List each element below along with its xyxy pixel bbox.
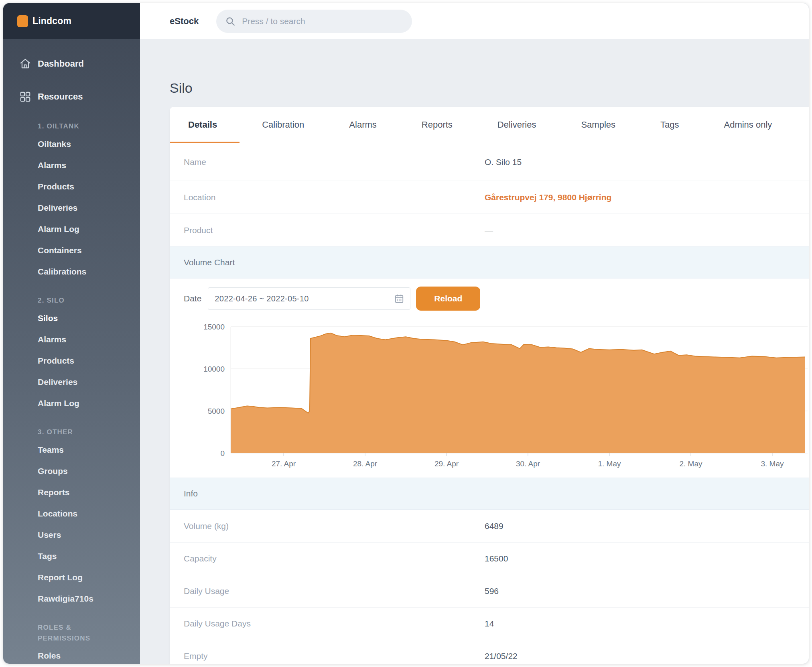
sidebar-item-rawdigia710s[interactable]: Rawdigia710s <box>3 588 140 609</box>
sidebar-brand[interactable]: Lindcom <box>3 3 140 39</box>
info-row-daily-usage: Daily Usage 596 <box>170 575 809 607</box>
sidebar-item-locations[interactable]: Locations <box>3 503 140 524</box>
date-row: Date 2022-04-26 ~ 2022-05-10 Reload <box>170 279 809 319</box>
location-link[interactable]: Gårestrupvej 179, 9800 Hjørring <box>485 193 611 202</box>
svg-text:0: 0 <box>220 449 225 458</box>
info-row-capacity: Capacity 16500 <box>170 542 809 575</box>
sidebar: Lindcom Dashboard Resources 1. OILTANK O… <box>3 3 140 664</box>
field-value: — <box>485 226 493 235</box>
tab-alarms[interactable]: Alarms <box>327 107 399 143</box>
grid-icon <box>19 91 31 103</box>
page-title: Silo <box>170 79 809 97</box>
sidebar-item-dashboard[interactable]: Dashboard <box>3 53 140 75</box>
calendar-icon <box>394 293 404 304</box>
topbar: eStock Press / to search <box>140 3 809 39</box>
tab-details[interactable]: Details <box>170 107 240 143</box>
tab-reports[interactable]: Reports <box>399 107 475 143</box>
volume-area-chart: 0 5000 10000 15000 27. Apr 28. Apr 29. A… <box>170 319 808 478</box>
sidebar-item-roles[interactable]: Roles <box>3 645 140 664</box>
sidebar-section-roles-permissions: ROLES & PERMISSIONS <box>3 621 124 645</box>
info-heading: Info <box>170 478 809 510</box>
sidebar-item-report-log[interactable]: Report Log <box>3 567 140 588</box>
sidebar-item-teams[interactable]: Teams <box>3 439 140 460</box>
area-fill <box>231 333 805 453</box>
info-value: 596 <box>485 586 499 596</box>
svg-text:28. Apr: 28. Apr <box>353 460 378 468</box>
search-placeholder: Press / to search <box>242 16 305 26</box>
field-value: O. Silo 15 <box>485 157 522 167</box>
main-area: eStock Press / to search Silo Details Ca… <box>140 3 809 664</box>
svg-text:10000: 10000 <box>203 365 225 373</box>
sidebar-item-label: Dashboard <box>38 59 84 69</box>
field-label: Location <box>184 193 485 202</box>
tab-samples[interactable]: Samples <box>558 107 638 143</box>
tab-deliveries[interactable]: Deliveries <box>475 107 559 143</box>
detail-card: Details Calibration Alarms Reports Deliv… <box>170 107 809 664</box>
search-input[interactable]: Press / to search <box>216 10 412 33</box>
sidebar-item-oiltank-alarms[interactable]: Alarms <box>3 155 140 176</box>
sidebar-item-silo-deliveries[interactable]: Deliveries <box>3 371 140 392</box>
sidebar-item-groups[interactable]: Groups <box>3 460 140 482</box>
info-value: 16500 <box>485 554 508 563</box>
info-row-empty: Empty 21/05/22 <box>170 640 809 664</box>
home-icon <box>19 58 31 70</box>
info-value: 21/05/22 <box>485 651 518 661</box>
svg-text:30. Apr: 30. Apr <box>516 460 540 468</box>
sidebar-item-oiltank-alarm-log[interactable]: Alarm Log <box>3 218 140 240</box>
x-ticks <box>284 453 772 456</box>
sidebar-item-label: Resources <box>38 92 83 102</box>
date-range-value: 2022-04-26 ~ 2022-05-10 <box>215 294 394 303</box>
sidebar-item-calibrations[interactable]: Calibrations <box>3 261 140 282</box>
brand-name: Lindcom <box>32 16 71 26</box>
sidebar-item-silo-alarm-log[interactable]: Alarm Log <box>3 392 140 414</box>
sidebar-section-other: 3. OTHER <box>3 425 140 439</box>
field-row-location: Location Gårestrupvej 179, 9800 Hjørring <box>170 181 809 214</box>
app-window: Lindcom Dashboard Resources 1. OILTANK O… <box>3 3 809 664</box>
sidebar-item-oiltank-deliveries[interactable]: Deliveries <box>3 197 140 218</box>
date-range-input[interactable]: 2022-04-26 ~ 2022-05-10 <box>208 287 410 310</box>
product-name: eStock <box>170 16 199 26</box>
svg-text:1. May: 1. May <box>598 460 621 468</box>
reload-button[interactable]: Reload <box>416 287 480 311</box>
svg-text:5000: 5000 <box>208 407 225 415</box>
sidebar-section-silo: 2. SILO <box>3 294 140 307</box>
tab-bar: Details Calibration Alarms Reports Deliv… <box>170 107 809 143</box>
field-row-name: Name O. Silo 15 <box>170 143 809 181</box>
sidebar-item-tags[interactable]: Tags <box>3 545 140 567</box>
field-label: Product <box>184 226 485 235</box>
info-row-daily-usage-days: Daily Usage Days 14 <box>170 607 809 640</box>
info-label: Empty <box>184 651 485 661</box>
tab-calibration[interactable]: Calibration <box>240 107 327 143</box>
sidebar-item-silo-alarms[interactable]: Alarms <box>3 329 140 350</box>
tab-admins-only[interactable]: Admins only <box>702 107 795 143</box>
svg-text:2. May: 2. May <box>679 460 702 468</box>
sidebar-item-users[interactable]: Users <box>3 524 140 545</box>
tab-tags[interactable]: Tags <box>638 107 701 143</box>
field-row-product: Product — <box>170 214 809 246</box>
info-label: Daily Usage Days <box>184 619 485 628</box>
sidebar-item-silos[interactable]: Silos <box>3 307 140 329</box>
search-icon <box>225 16 235 26</box>
field-label: Name <box>184 157 485 167</box>
svg-text:15000: 15000 <box>203 323 225 331</box>
info-label: Daily Usage <box>184 586 485 596</box>
lindcom-logo-icon <box>17 15 28 27</box>
sidebar-item-resources[interactable]: Resources <box>3 85 140 108</box>
sidebar-item-oiltanks[interactable]: Oiltanks <box>3 133 140 155</box>
sidebar-item-silo-products[interactable]: Products <box>3 350 140 371</box>
info-label: Capacity <box>184 554 485 563</box>
info-value: 14 <box>485 619 494 628</box>
volume-chart: 0 5000 10000 15000 27. Apr 28. Apr 29. A… <box>170 319 809 478</box>
content: Silo Details Calibration Alarms Reports … <box>140 39 809 664</box>
svg-text:27. Apr: 27. Apr <box>272 460 296 468</box>
info-value: 6489 <box>485 521 503 531</box>
sidebar-item-containers[interactable]: Containers <box>3 240 140 261</box>
volume-chart-heading: Volume Chart <box>170 246 809 279</box>
info-label: Volume (kg) <box>184 521 485 531</box>
svg-text:29. Apr: 29. Apr <box>434 460 459 468</box>
sidebar-section-oiltank: 1. OILTANK <box>3 120 140 133</box>
date-label: Date <box>184 294 201 303</box>
sidebar-nav: Dashboard Resources 1. OILTANK Oiltanks … <box>3 39 140 664</box>
sidebar-item-reports[interactable]: Reports <box>3 482 140 503</box>
sidebar-item-oiltank-products[interactable]: Products <box>3 176 140 197</box>
